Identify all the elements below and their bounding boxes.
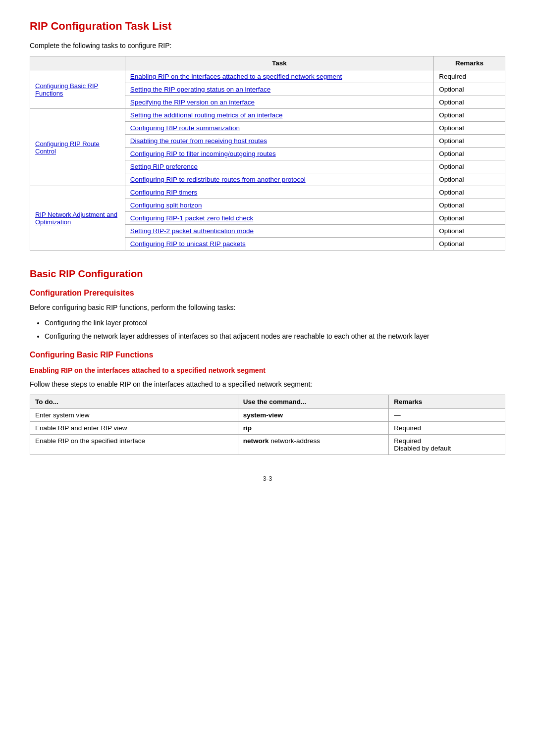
label-col-header xyxy=(30,56,125,70)
todo-cell: Enter system view xyxy=(30,409,238,422)
intro-text: Complete the following tasks to configur… xyxy=(30,41,505,51)
task-link-1[interactable]: Enabling RIP on the interfaces attached … xyxy=(130,73,342,80)
cmd-table: To do... Use the command... Remarks Ente… xyxy=(30,395,505,455)
task-cell: Configuring RIP to redistribute routes f… xyxy=(125,173,433,186)
subsection1-title: Configuration Prerequisites xyxy=(30,289,505,298)
list-item: Configuring the network layer addresses … xyxy=(45,331,505,342)
task-link-5[interactable]: Configuring RIP route summarization xyxy=(130,124,240,132)
cmd-cell: network network-address xyxy=(238,435,389,455)
remarks-cell: Optional xyxy=(434,212,505,225)
task-table: Task Remarks Configuring Basic RIP Funct… xyxy=(30,56,505,251)
task-link-3[interactable]: Specifying the RIP version on an interfa… xyxy=(130,99,255,106)
remarks-cell: Optional xyxy=(434,199,505,212)
todo-col-header: To do... xyxy=(30,395,238,409)
table-row: Configuring Basic RIP Functions Enabling… xyxy=(30,70,505,83)
task-link-11[interactable]: Configuring split horizon xyxy=(130,202,202,209)
task-cell: Disabling the router from receiving host… xyxy=(125,135,433,148)
task-link-2[interactable]: Setting the RIP operating status on an i… xyxy=(130,86,270,93)
remarks-cell: Optional xyxy=(434,135,505,148)
task-col-header: Task xyxy=(125,56,433,70)
remarks-cell: Optional xyxy=(434,109,505,122)
remarks-cell: Optional xyxy=(434,83,505,96)
remarks-cell: Optional xyxy=(434,173,505,186)
remarks-cell: Optional xyxy=(434,148,505,160)
task-cell: Configuring RIP route summarization xyxy=(125,122,433,135)
task-cell: Configuring RIP to filter incoming/outgo… xyxy=(125,148,433,160)
task-cell: Enabling RIP on the interfaces attached … xyxy=(125,70,433,83)
group2-label: Configuring RIP Route Control xyxy=(30,109,125,186)
table-row: Enable RIP and enter RIP view rip Requir… xyxy=(30,422,505,435)
remarks-col-header2: Remarks xyxy=(389,395,505,409)
section2-title: Basic RIP Configuration xyxy=(30,268,505,280)
task-cell: Setting the RIP operating status on an i… xyxy=(125,83,433,96)
task-link-9[interactable]: Configuring RIP to redistribute routes f… xyxy=(130,176,306,183)
task-cell: Configuring RIP to unicast RIP packets xyxy=(125,238,433,251)
group3-link[interactable]: RIP Network Adjustment and Optimization xyxy=(35,211,120,226)
remarks-cell: Optional xyxy=(434,186,505,199)
task-link-8[interactable]: Setting RIP preference xyxy=(130,163,198,170)
remarks-cell: Optional xyxy=(434,225,505,238)
group2-link[interactable]: Configuring RIP Route Control xyxy=(35,140,120,155)
table-row: Enter system view system-view — xyxy=(30,409,505,422)
remarks-col-header: Remarks xyxy=(434,56,505,70)
subsection1-intro: Before configuring basic RIP functions, … xyxy=(30,302,505,313)
task-cell: Setting the additional routing metrics o… xyxy=(125,109,433,122)
remarks-cell: Optional xyxy=(434,96,505,109)
task-cell: Specifying the RIP version on an interfa… xyxy=(125,96,433,109)
group3-label: RIP Network Adjustment and Optimization xyxy=(30,186,125,251)
task-link-13[interactable]: Setting RIP-2 packet authentication mode xyxy=(130,227,254,235)
remarks-cell: Required xyxy=(434,70,505,83)
group1-label: Configuring Basic RIP Functions xyxy=(30,70,125,109)
cmd-col-header: Use the command... xyxy=(238,395,389,409)
task-cell: Configuring RIP-1 packet zero field chec… xyxy=(125,212,433,225)
remarks-cell: Optional xyxy=(434,238,505,251)
task-link-6[interactable]: Disabling the router from receiving host… xyxy=(130,137,267,145)
prereq-list: Configuring the link layer protocol Conf… xyxy=(45,318,505,342)
task-cell: Configuring RIP timers xyxy=(125,186,433,199)
task-link-10[interactable]: Configuring RIP timers xyxy=(130,189,198,196)
task-link-14[interactable]: Configuring RIP to unicast RIP packets xyxy=(130,240,246,248)
task-cell: Configuring split horizon xyxy=(125,199,433,212)
cmd-cell: rip xyxy=(238,422,389,435)
page-title: RIP Configuration Task List xyxy=(30,20,505,33)
page-number: 3-3 xyxy=(30,475,505,482)
table-row: Configuring RIP Route Control Setting th… xyxy=(30,109,505,122)
subsubsection1-intro: Follow these steps to enable RIP on the … xyxy=(30,379,505,390)
table-row: RIP Network Adjustment and Optimization … xyxy=(30,186,505,199)
table-row: Enable RIP on the specified interface ne… xyxy=(30,435,505,455)
task-link-4[interactable]: Setting the additional routing metrics o… xyxy=(130,111,283,119)
task-cell: Setting RIP-2 packet authentication mode xyxy=(125,225,433,238)
remarks-cell: Optional xyxy=(434,160,505,173)
task-link-12[interactable]: Configuring RIP-1 packet zero field chec… xyxy=(130,214,253,222)
subsection2-title: Configuring Basic RIP Functions xyxy=(30,351,505,359)
remarks-cell: RequiredDisabled by default xyxy=(389,435,505,455)
task-link-7[interactable]: Configuring RIP to filter incoming/outgo… xyxy=(130,150,276,157)
todo-cell: Enable RIP on the specified interface xyxy=(30,435,238,455)
task-cell: Setting RIP preference xyxy=(125,160,433,173)
remarks-cell: Required xyxy=(389,422,505,435)
todo-cell: Enable RIP and enter RIP view xyxy=(30,422,238,435)
subsubsection1-title: Enabling RIP on the interfaces attached … xyxy=(30,366,505,374)
cmd-cell: system-view xyxy=(238,409,389,422)
remarks-cell: — xyxy=(389,409,505,422)
list-item: Configuring the link layer protocol xyxy=(45,318,505,328)
remarks-cell: Optional xyxy=(434,122,505,135)
group1-link[interactable]: Configuring Basic RIP Functions xyxy=(35,82,120,97)
